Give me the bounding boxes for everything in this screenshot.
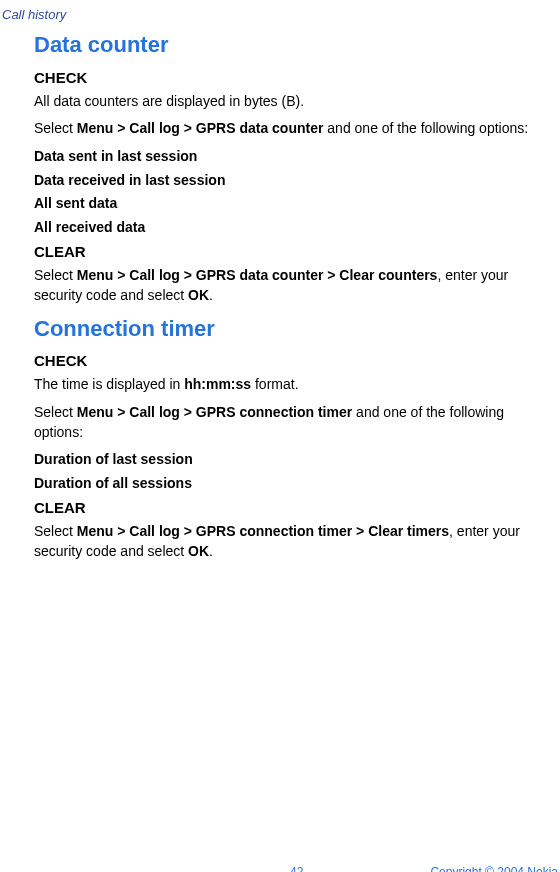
subheading-check: CHECK (34, 67, 530, 88)
menu-path: Menu > Call log > GPRS data counter (77, 120, 324, 136)
nav-instruction: Select Menu > Call log > GPRS data count… (34, 266, 530, 305)
text: Select (34, 523, 77, 539)
body-text: All data counters are displayed in bytes… (34, 92, 530, 112)
text: The time is displayed in (34, 376, 184, 392)
subheading-clear: CLEAR (34, 241, 530, 262)
section-header: Call history (2, 6, 66, 24)
text: Select (34, 267, 77, 283)
copyright-text: Copyright © 2004 Nokia (430, 864, 558, 872)
nav-instruction: Select Menu > Call log > GPRS connection… (34, 403, 530, 442)
text: format. (251, 376, 298, 392)
option-item: All sent data (34, 194, 530, 214)
body-text: The time is displayed in hh:mm:ss format… (34, 375, 530, 395)
menu-path: Menu > Call log > GPRS data counter > Cl… (77, 267, 438, 283)
text: Select (34, 404, 77, 420)
heading-data-counter: Data counter (34, 30, 530, 61)
menu-path: Menu > Call log > GPRS connection timer … (77, 523, 449, 539)
page-content: Data counter CHECK All data counters are… (0, 0, 530, 562)
option-item: Data sent in last session (34, 147, 530, 167)
text: . (209, 543, 213, 559)
ok-label: OK (188, 287, 209, 303)
nav-instruction: Select Menu > Call log > GPRS data count… (34, 119, 530, 139)
option-item: All received data (34, 218, 530, 238)
option-item: Duration of all sessions (34, 474, 530, 494)
text: Select (34, 120, 77, 136)
option-item: Data received in last session (34, 171, 530, 191)
option-item: Duration of last session (34, 450, 530, 470)
heading-connection-timer: Connection timer (34, 314, 530, 345)
text: and one of the following options: (323, 120, 528, 136)
subheading-check: CHECK (34, 350, 530, 371)
subheading-clear: CLEAR (34, 497, 530, 518)
nav-instruction: Select Menu > Call log > GPRS connection… (34, 522, 530, 561)
page-number: 42 (290, 864, 303, 872)
ok-label: OK (188, 543, 209, 559)
text: . (209, 287, 213, 303)
time-format: hh:mm:ss (184, 376, 251, 392)
menu-path: Menu > Call log > GPRS connection timer (77, 404, 352, 420)
